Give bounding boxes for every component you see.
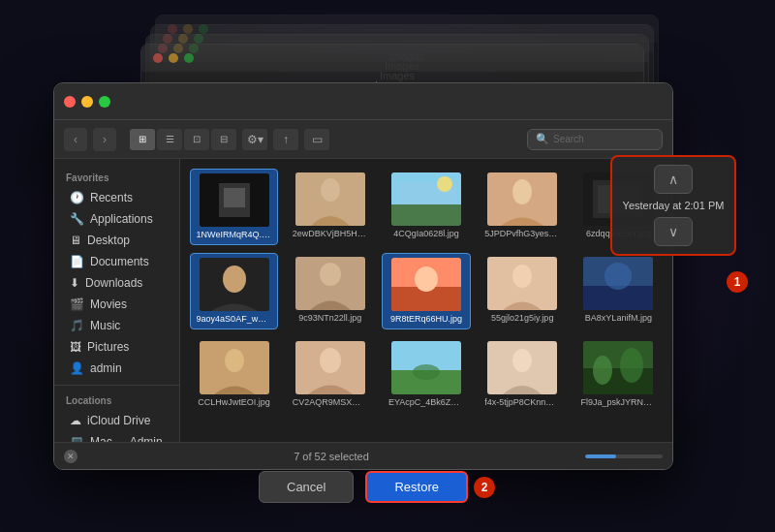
share-button[interactable]: ↑ <box>273 129 298 150</box>
sidebar-item-music[interactable]: 🎵 Music <box>58 315 175 336</box>
svg-point-27 <box>225 349 244 372</box>
list-item[interactable]: 9aoy4aS0AF_wBR iv_mkR-...jcOE.jpg <box>190 253 278 329</box>
sidebar-item-admin[interactable]: 👤 admin <box>58 358 175 379</box>
search-field[interactable]: 🔍 Search <box>527 129 663 150</box>
time-label: Yesterday at 2:01 PM <box>623 200 725 211</box>
svg-point-8 <box>437 176 452 192</box>
favorites-label: Favorites <box>54 169 179 187</box>
applications-icon: 🔧 <box>70 212 84 226</box>
svg-point-10 <box>512 179 532 204</box>
list-item[interactable]: 9c93NTn22ll.jpg <box>286 253 374 329</box>
file-name: CCLHwJwtEOI.jpg <box>198 397 270 408</box>
sidebar-applications-label: Applications <box>90 212 153 226</box>
sidebar-movies-label: Movies <box>90 297 127 311</box>
sidebar-pictures-label: Pictures <box>87 340 129 354</box>
sidebar-mac-label: Mac — Admin <box>90 435 163 442</box>
movies-icon: 🎬 <box>70 297 84 311</box>
svg-rect-2 <box>224 188 245 207</box>
sidebar-item-icloud[interactable]: ☁ iCloud Drive <box>58 410 175 431</box>
file-grid-container[interactable]: 1NWeIRMqR4Q.jpg g 2ewDBKVjBH5H5 xnh812n.… <box>180 159 672 442</box>
bottom-bar: Cancel Restore 2 <box>53 471 673 503</box>
file-name: Fl9Ja_pskJYRNO F5KsW4...-Bo.jpg <box>580 397 656 408</box>
svg-point-29 <box>320 348 341 373</box>
recents-icon: 🕐 <box>70 191 84 204</box>
restore-button[interactable]: Restore <box>365 471 468 503</box>
svg-point-20 <box>415 266 438 292</box>
file-thumbnail <box>391 258 461 311</box>
list-item[interactable]: 1NWeIRMqR4Q.jpg g <box>190 169 278 245</box>
maximize-button[interactable] <box>99 96 110 108</box>
list-item[interactable]: 2ewDBKVjBH5H5 xnh812n...0Vk.jpg <box>286 169 374 245</box>
sidebar-divider <box>54 385 179 386</box>
file-name: 5JPDPvfhG3yesq -VmpcF...O78.jpg <box>484 229 560 239</box>
list-item[interactable]: 4CQgIa0628l.jpg <box>382 169 470 245</box>
list-item[interactable]: 5JPDPvfhG3yesq -VmpcF...O78.jpg <box>479 169 567 245</box>
list-item[interactable]: 9R8tERq66HU.jpg <box>382 253 470 329</box>
svg-point-34 <box>512 349 532 372</box>
file-name: 9aoy4aS0AF_wBR iv_mkR-...jcOE.jpg <box>197 314 272 325</box>
sidebar-item-desktop[interactable]: 🖥 Desktop <box>58 230 175 251</box>
selection-count: 7 of 52 selected <box>78 451 585 462</box>
list-item[interactable]: CV2AQR9MSXMs vWa1QJ...IDcx.jpg <box>286 337 374 412</box>
file-thumbnail <box>295 172 365 226</box>
sidebar-item-downloads[interactable]: ⬇ Downloads <box>58 272 175 294</box>
icon-view-button[interactable]: ⊞ <box>130 129 155 150</box>
file-thumbnail <box>391 341 461 394</box>
file-thumbnail <box>200 341 269 394</box>
file-name: 55gjlo21g5iy.jpg <box>491 313 553 324</box>
list-item[interactable]: f4x-5tjpP8CKnnX Vm7iwF...f9TdI.jpg <box>479 337 567 412</box>
annotation-label-1: 1 <box>727 271 748 293</box>
back-button[interactable]: ‹ <box>64 128 87 151</box>
list-item[interactable]: 55gjlo21g5iy.jpg <box>479 253 567 329</box>
minimize-button[interactable] <box>81 96 93 108</box>
file-thumbnail <box>295 341 365 394</box>
file-name: f4x-5tjpP8CKnnX Vm7iwF...f9TdI.jpg <box>484 397 560 408</box>
svg-point-32 <box>413 364 440 380</box>
sidebar-item-mac[interactable]: 💻 Mac — Admin <box>58 431 175 442</box>
sidebar-item-applications[interactable]: 🔧 Applications <box>58 208 175 230</box>
sidebar-item-documents[interactable]: 📄 Documents <box>58 251 175 272</box>
list-view-button[interactable]: ☰ <box>157 129 182 150</box>
svg-point-15 <box>223 266 246 293</box>
icloud-icon: ☁ <box>70 414 81 427</box>
progress-bar <box>585 454 663 458</box>
list-item[interactable]: BA8xYLanifM.jpg <box>574 253 663 329</box>
time-down-button[interactable]: ∨ <box>654 217 693 246</box>
time-up-button[interactable]: ∧ <box>654 165 693 194</box>
list-item[interactable]: CCLHwJwtEOI.jpg <box>190 337 278 412</box>
file-thumbnail <box>487 257 557 310</box>
title-bar <box>54 83 672 120</box>
sidebar-music-label: Music <box>90 319 120 332</box>
cancel-button[interactable]: Cancel <box>259 471 354 503</box>
sidebar-icloud-label: iCloud Drive <box>87 414 150 427</box>
downloads-icon: ⬇ <box>70 276 79 290</box>
svg-point-38 <box>620 348 643 383</box>
sidebar: Favorites 🕐 Recents 🔧 Applications 🖥 Des… <box>54 159 180 442</box>
file-name: 9c93NTn22ll.jpg <box>298 313 361 324</box>
sidebar-item-recents[interactable]: 🕐 Recents <box>58 187 175 208</box>
sidebar-item-movies[interactable]: 🎬 Movies <box>58 294 175 315</box>
gallery-view-button[interactable]: ⊟ <box>211 129 236 150</box>
admin-icon: 👤 <box>70 361 84 375</box>
mac-icon: 💻 <box>70 435 84 442</box>
file-thumbnail <box>391 172 461 226</box>
chevron-up-icon: ∧ <box>668 172 678 187</box>
main-window: ‹ › ⊞ ☰ ⊡ ⊟ ⚙▾ ↑ ▭ 🔍 Search Favorites 🕐 … <box>53 82 673 470</box>
status-close-button[interactable]: ✕ <box>64 450 78 463</box>
file-grid: 1NWeIRMqR4Q.jpg g 2ewDBKVjBH5H5 xnh812n.… <box>190 169 663 411</box>
list-item[interactable]: EYAcpC_4Bk6ZbII nMK_3-...BL00.jpg <box>382 337 470 412</box>
column-view-button[interactable]: ⊡ <box>184 129 209 150</box>
content-area: Favorites 🕐 Recents 🔧 Applications 🖥 Des… <box>54 159 672 442</box>
file-name: BA8xYLanifM.jpg <box>585 313 652 324</box>
forward-button[interactable]: › <box>93 128 116 151</box>
sidebar-item-pictures[interactable]: 🖼 Pictures <box>58 336 175 358</box>
list-item[interactable]: Fl9Ja_pskJYRNO F5KsW4...-Bo.jpg <box>574 337 663 412</box>
pictures-icon: 🖼 <box>70 340 81 354</box>
file-thumbnail <box>583 341 653 394</box>
close-button[interactable] <box>64 96 76 108</box>
action-button[interactable]: ▭ <box>304 129 329 150</box>
gear-button[interactable]: ⚙▾ <box>242 129 267 150</box>
file-name: EYAcpC_4Bk6ZbII nMK_3-...BL00.jpg <box>388 397 464 408</box>
sidebar-admin-label: admin <box>90 361 122 375</box>
sidebar-documents-label: Documents <box>90 255 149 268</box>
